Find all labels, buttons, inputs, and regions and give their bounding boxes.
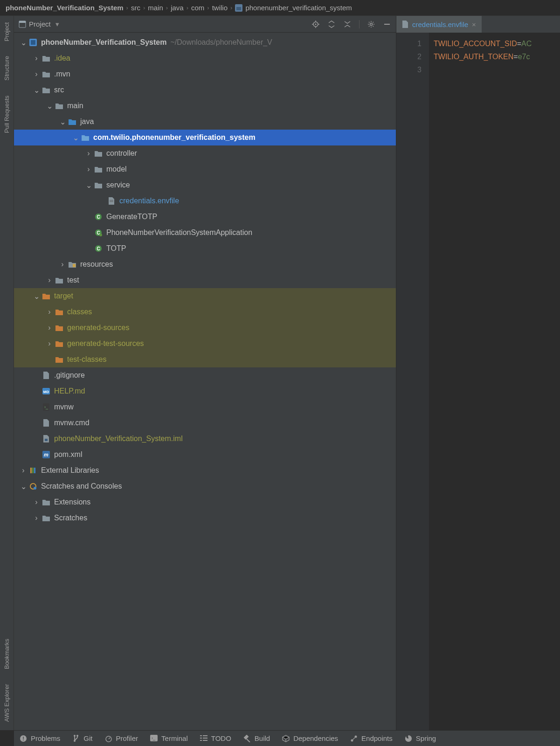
tree-folder-mvn[interactable]: ›.mvn bbox=[14, 66, 396, 82]
locate-icon[interactable] bbox=[311, 20, 320, 28]
crumb-pkg[interactable]: phonenumber_verification_system bbox=[245, 4, 352, 12]
chevron-right-icon[interactable]: › bbox=[59, 260, 66, 269]
tree-class-app[interactable]: CPhoneNumberVerificationSystemApplicatio… bbox=[14, 225, 396, 241]
tool-bookmarks[interactable]: Bookmarks bbox=[3, 635, 10, 673]
project-tree[interactable]: ⌄phoneNumber_Verification_System~/Downlo… bbox=[14, 33, 396, 730]
tree-folder-service[interactable]: ⌄service bbox=[14, 177, 396, 193]
crumb-com[interactable]: com bbox=[191, 4, 204, 12]
tree-file-pom[interactable]: mpom.xml bbox=[14, 447, 396, 463]
tool-terminal[interactable]: ›_Terminal bbox=[150, 734, 188, 742]
chevron-down-icon[interactable]: ⌄ bbox=[72, 133, 79, 142]
svg-point-6 bbox=[370, 23, 373, 25]
tree-folder-model[interactable]: ›model bbox=[14, 161, 396, 177]
chevron-right-icon[interactable]: › bbox=[85, 149, 92, 158]
package-icon bbox=[94, 181, 103, 189]
tree-file-iml[interactable]: phoneNumber_Verification_System.iml bbox=[14, 431, 396, 447]
svg-point-34 bbox=[74, 735, 76, 737]
tree-file-gitignore[interactable]: .gitignore bbox=[14, 367, 396, 383]
chevron-right-icon[interactable]: › bbox=[33, 498, 40, 506]
breadcrumb[interactable]: phoneNumber_Verification_System › src › … bbox=[0, 0, 560, 16]
collapse-all-icon[interactable] bbox=[343, 20, 352, 28]
tab-credentials[interactable]: credentials.envfile × bbox=[396, 16, 482, 33]
tool-git[interactable]: Git bbox=[72, 734, 92, 742]
tree-folder-gensources[interactable]: ›generated-sources bbox=[14, 320, 396, 336]
tool-pull-requests[interactable]: Pull Requests bbox=[3, 92, 10, 137]
tool-problems[interactable]: !Problems bbox=[20, 734, 60, 742]
tree-file-credentials[interactable]: credentials.envfile bbox=[14, 193, 396, 209]
chevron-down-icon[interactable]: ⌄ bbox=[33, 86, 40, 95]
tree-folder-java[interactable]: ⌄java bbox=[14, 114, 396, 130]
chevron-right-icon: › bbox=[166, 4, 168, 11]
tree-folder-testclasses[interactable]: test-classes bbox=[14, 352, 396, 367]
tool-profiler[interactable]: Profiler bbox=[105, 734, 138, 742]
chevron-down-icon[interactable]: ⌄ bbox=[20, 482, 27, 491]
tree-folder-scratches[interactable]: ›Scratches bbox=[14, 510, 396, 526]
tool-dependencies[interactable]: Dependencies bbox=[282, 734, 338, 742]
tree-folder-classes[interactable]: ›classes bbox=[14, 304, 396, 320]
chevron-right-icon[interactable]: › bbox=[46, 339, 53, 348]
package-icon bbox=[94, 165, 103, 173]
tree-class-totp[interactable]: CTOTP bbox=[14, 241, 396, 256]
tree-class-generatetotp[interactable]: CGenerateTOTP bbox=[14, 209, 396, 225]
crumb-root[interactable]: phoneNumber_Verification_System bbox=[6, 4, 124, 12]
tree-package-selected[interactable]: ⌄com.twilio.phonenumber_verification_sys… bbox=[14, 130, 396, 145]
crumb-twilio[interactable]: twilio bbox=[212, 4, 228, 12]
line-number: 2 bbox=[396, 50, 422, 63]
chevron-down-icon: ▾ bbox=[55, 20, 59, 28]
tree-external-libraries[interactable]: ›External Libraries bbox=[14, 463, 396, 478]
minimize-icon[interactable] bbox=[383, 20, 391, 28]
tree-root[interactable]: ⌄phoneNumber_Verification_System~/Downlo… bbox=[14, 35, 396, 50]
chevron-right-icon[interactable]: › bbox=[20, 466, 27, 475]
markdown-icon: MD bbox=[42, 387, 50, 395]
tree-scratches-consoles[interactable]: ⌄Scratches and Consoles bbox=[14, 478, 396, 494]
chevron-right-icon[interactable]: › bbox=[85, 165, 92, 173]
chevron-right-icon[interactable]: › bbox=[46, 324, 53, 332]
tree-folder-test[interactable]: ›test bbox=[14, 272, 396, 288]
tree-folder-main[interactable]: ⌄main bbox=[14, 98, 396, 114]
chevron-right-icon[interactable]: › bbox=[33, 514, 40, 522]
chevron-down-icon[interactable]: ⌄ bbox=[20, 38, 27, 47]
tree-folder-gentestsrc[interactable]: ›generated-test-sources bbox=[14, 336, 396, 352]
chevron-right-icon[interactable]: › bbox=[33, 70, 40, 78]
tree-folder-src[interactable]: ⌄src bbox=[14, 82, 396, 98]
gear-icon[interactable] bbox=[367, 20, 375, 28]
tree-folder-resources[interactable]: ›resources bbox=[14, 256, 396, 272]
tree-folder-extensions[interactable]: ›Extensions bbox=[14, 494, 396, 510]
module-icon bbox=[29, 38, 37, 47]
tree-file-mvnw[interactable]: ›_mvnw bbox=[14, 399, 396, 415]
svg-rect-42 bbox=[200, 738, 202, 739]
tool-build[interactable]: Build bbox=[243, 734, 270, 742]
tool-todo[interactable]: TODO bbox=[200, 734, 231, 742]
tool-project[interactable]: Project bbox=[3, 19, 10, 45]
folder-icon bbox=[42, 86, 50, 94]
code-content[interactable]: TWILIO_ACCOUNT_SID=AC TWILIO_AUTH_TOKEN=… bbox=[429, 33, 532, 730]
chevron-right-icon[interactable]: › bbox=[46, 276, 53, 284]
tool-structure[interactable]: Structure bbox=[3, 52, 10, 84]
crumb-java[interactable]: java bbox=[171, 4, 184, 12]
chevron-down-icon[interactable]: ⌄ bbox=[85, 181, 92, 190]
tool-endpoints[interactable]: Endpoints bbox=[350, 734, 393, 742]
editor-body[interactable]: 1 2 3 TWILIO_ACCOUNT_SID=AC TWILIO_AUTH_… bbox=[396, 33, 560, 730]
svg-text:C: C bbox=[97, 214, 100, 220]
chevron-down-icon[interactable]: ⌄ bbox=[33, 292, 40, 301]
svg-text:›_: ›_ bbox=[152, 736, 156, 740]
tree-folder-target[interactable]: ⌄target bbox=[14, 288, 396, 304]
tree-file-help[interactable]: MDHELP.md bbox=[14, 383, 396, 399]
project-view-selector[interactable]: Project ▾ bbox=[19, 20, 59, 28]
excluded-folder-icon bbox=[42, 292, 50, 300]
crumb-src[interactable]: src bbox=[131, 4, 140, 12]
crumb-main[interactable]: main bbox=[148, 4, 163, 12]
tool-spring[interactable]: Spring bbox=[405, 734, 436, 742]
chevron-right-icon[interactable]: › bbox=[33, 54, 40, 62]
tool-aws-explorer[interactable]: AWS Explorer bbox=[3, 680, 10, 725]
chevron-right-icon[interactable]: › bbox=[46, 308, 53, 316]
maven-icon: m bbox=[42, 450, 50, 459]
chevron-down-icon[interactable]: ⌄ bbox=[46, 102, 53, 111]
tree-folder-controller[interactable]: ›controller bbox=[14, 145, 396, 161]
tree-folder-idea[interactable]: ›.idea bbox=[14, 50, 396, 66]
tree-file-mvnwcmd[interactable]: mvnw.cmd bbox=[14, 415, 396, 431]
chevron-down-icon[interactable]: ⌄ bbox=[59, 117, 66, 126]
svg-text:›_: ›_ bbox=[44, 405, 48, 409]
expand-all-icon[interactable] bbox=[327, 20, 336, 28]
close-icon[interactable]: × bbox=[472, 21, 476, 28]
